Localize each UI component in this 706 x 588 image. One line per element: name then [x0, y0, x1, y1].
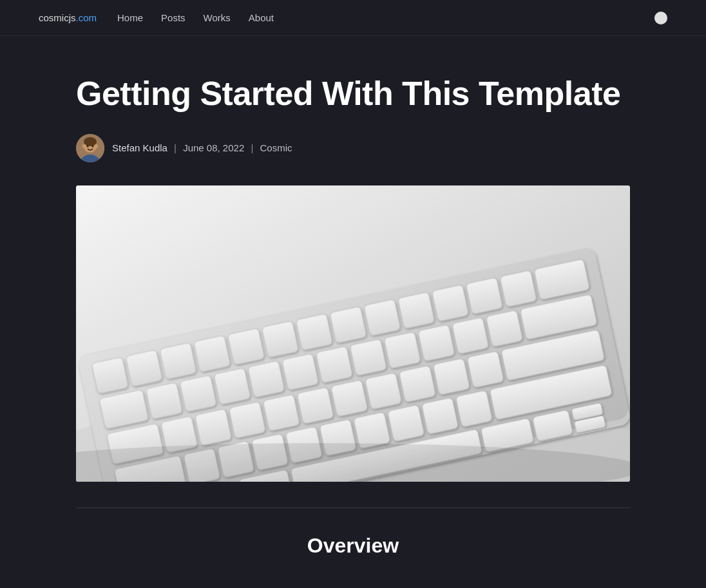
- post-title: Getting Started With This Template: [76, 75, 630, 113]
- nav-link-home[interactable]: Home: [117, 12, 143, 23]
- content-divider: [76, 507, 630, 508]
- svg-point-7: [95, 144, 98, 148]
- author-avatar: [76, 134, 104, 162]
- keyboard-svg: [76, 185, 630, 482]
- brand-logo[interactable]: cosmicjs.com: [39, 12, 97, 23]
- svg-rect-32: [316, 346, 353, 383]
- post-category: Cosmic: [260, 142, 292, 153]
- svg-rect-41: [195, 409, 232, 446]
- nav-item-works[interactable]: Works: [204, 12, 231, 24]
- nav-links: Home Posts Works About: [117, 12, 274, 24]
- nav-item-posts[interactable]: Posts: [161, 12, 186, 24]
- svg-rect-30: [248, 361, 285, 397]
- svg-rect-27: [146, 383, 182, 419]
- svg-rect-49: [467, 351, 504, 388]
- svg-rect-57: [354, 412, 390, 449]
- svg-rect-33: [350, 339, 386, 375]
- svg-rect-47: [399, 365, 436, 402]
- separator-1: |: [171, 142, 179, 153]
- svg-rect-24: [500, 270, 537, 307]
- brand-name-suffix: .com: [76, 12, 97, 23]
- svg-rect-34: [384, 332, 421, 368]
- svg-rect-44: [297, 387, 334, 424]
- svg-rect-48: [433, 358, 470, 395]
- svg-point-4: [87, 145, 89, 147]
- author-name: Stefan Kudla: [112, 142, 167, 153]
- nav-link-works[interactable]: Works: [204, 12, 231, 23]
- avatar-image: [76, 134, 104, 162]
- main-content: Getting Started With This Template: [63, 36, 643, 583]
- svg-rect-28: [180, 375, 216, 412]
- keyboard-illustration: [76, 185, 630, 482]
- svg-rect-46: [365, 373, 402, 410]
- svg-rect-16: [228, 328, 265, 365]
- svg-rect-13: [126, 350, 162, 386]
- svg-rect-18: [296, 314, 332, 350]
- post-meta-info: Stefan Kudla | June 08, 2022 | Cosmic: [112, 142, 292, 153]
- svg-rect-37: [486, 310, 523, 346]
- nav-item-home[interactable]: Home: [117, 12, 143, 24]
- brand-name-prefix: cosmicjs: [39, 12, 76, 23]
- post-date: June 08, 2022: [183, 142, 244, 153]
- svg-rect-35: [418, 325, 455, 361]
- nav-link-posts[interactable]: Posts: [161, 12, 186, 23]
- navigation: cosmicjs.com Home Posts Works About: [0, 0, 706, 36]
- svg-rect-43: [263, 394, 300, 431]
- svg-rect-22: [432, 285, 469, 321]
- svg-rect-21: [398, 292, 435, 328]
- svg-rect-23: [466, 278, 502, 314]
- svg-rect-60: [455, 390, 492, 427]
- svg-rect-15: [194, 336, 231, 372]
- svg-point-5: [92, 145, 94, 147]
- theme-toggle-button[interactable]: [654, 12, 667, 24]
- svg-rect-29: [214, 368, 251, 404]
- svg-rect-12: [91, 357, 128, 394]
- post-meta: Stefan Kudla | June 08, 2022 | Cosmic: [76, 134, 630, 162]
- nav-item-about[interactable]: About: [249, 12, 274, 24]
- svg-rect-36: [452, 318, 489, 354]
- nav-link-about[interactable]: About: [249, 12, 274, 23]
- svg-rect-42: [229, 402, 265, 439]
- svg-point-6: [82, 144, 85, 148]
- svg-rect-45: [331, 380, 368, 417]
- svg-rect-14: [160, 343, 196, 379]
- svg-rect-31: [282, 354, 319, 390]
- hero-image: [76, 185, 630, 482]
- separator-2: |: [248, 142, 256, 153]
- svg-rect-59: [422, 397, 459, 434]
- overview-heading: Overview: [76, 534, 630, 558]
- svg-rect-58: [388, 404, 425, 441]
- svg-point-2: [84, 137, 97, 146]
- svg-rect-20: [364, 299, 401, 336]
- svg-rect-19: [330, 307, 367, 343]
- svg-rect-17: [262, 321, 298, 357]
